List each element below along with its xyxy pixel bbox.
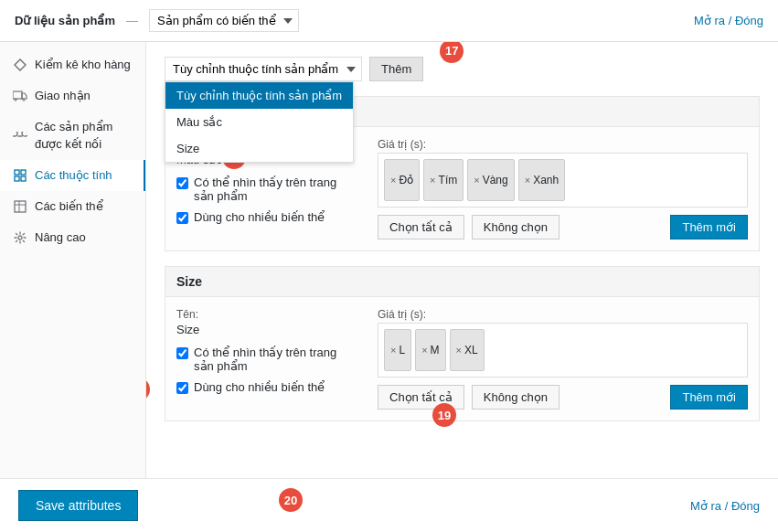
tag-xanh: × Xanh (518, 159, 565, 201)
tag-m: × M (415, 329, 445, 371)
main-container: Dữ liệu sản phẩm — Sản phẩm có biến thể … (0, 0, 778, 532)
values-label-size: Giá trị (s): (378, 308, 748, 321)
tag-x-xl[interactable]: × (456, 345, 462, 356)
tags-area-mau-sac: × Đỏ × Tím × Vàng × Xanh (378, 153, 748, 207)
svg-rect-4 (21, 170, 26, 175)
table-icon (13, 199, 27, 214)
truck-icon (13, 89, 27, 103)
chon-tat-ca-button-size[interactable]: Chọn tất cả (378, 385, 464, 410)
sidebar-item-inventory[interactable]: Kiểm kê kho hàng (0, 49, 145, 80)
checkbox-variation-input-size[interactable] (176, 382, 188, 394)
annotation-bubble-17: 17 (440, 42, 464, 63)
sidebar-item-linked[interactable]: Các sản phẩm được kết nối (0, 112, 145, 159)
sidebar-label-shipping: Giao nhận (35, 88, 91, 104)
svg-point-1 (15, 99, 16, 101)
dropdown-item-size[interactable]: Size (165, 135, 353, 162)
sidebar-item-shipping[interactable]: Giao nhận (0, 80, 145, 112)
sidebar-label-linked: Các sản phẩm được kết nối (35, 119, 133, 152)
name-value-size: Size (176, 323, 359, 336)
checkbox-visible-input-mau-sac[interactable] (176, 177, 188, 189)
attr-body-size: Tên: Size Có thể nhìn thấy trên trang sả… (165, 297, 759, 420)
svg-point-2 (23, 99, 25, 101)
tag-x-vang[interactable]: × (474, 175, 479, 186)
header-toggle[interactable]: Mở ra / Đóng (694, 14, 763, 27)
svg-point-10 (18, 236, 22, 239)
checkbox-visible-label-size: Có thể nhìn thấy trên trang sản phẩm (194, 346, 359, 373)
svg-rect-7 (15, 201, 26, 212)
khong-chon-button-mau-sac[interactable]: Không chọn (472, 215, 560, 239)
checkbox-variation-size[interactable]: Dùng cho nhiều biến thể (176, 380, 359, 394)
dropdown-item-mau-sac[interactable]: Màu sắc (165, 109, 353, 135)
attr-selector-row: Tùy chỉnh thuộc tính sản phẩm Màu sắc Si… (165, 57, 760, 81)
sidebar-item-attributes[interactable]: Các thuộc tính (0, 160, 145, 191)
footer-bar: Save attributes 20 Mở ra / Đóng (0, 478, 778, 532)
checkbox-visible-size[interactable]: Có thể nhìn thấy trên trang sản phẩm (176, 346, 359, 373)
tag-xl: × XL (450, 329, 485, 371)
khong-chon-button-size[interactable]: Không chọn (472, 385, 560, 410)
diamond-icon (13, 58, 27, 72)
tag-x-tim[interactable]: × (430, 175, 435, 186)
chon-tat-ca-button-mau-sac[interactable]: Chọn tất cả (378, 215, 464, 239)
checkbox-visible-mau-sac[interactable]: Có thể nhìn thấy trên trang sản phẩm (176, 176, 359, 203)
dropdown-item-custom[interactable]: Tùy chỉnh thuộc tính sản phẩm (165, 82, 353, 109)
main-layout: Kiểm kê kho hàng Giao nhận (0, 42, 778, 478)
add-attr-button[interactable]: Thêm (369, 57, 423, 81)
attr-type-select[interactable]: Tùy chỉnh thuộc tính sản phẩm Màu sắc Si… (165, 57, 362, 81)
checkbox-variation-input-mau-sac[interactable] (176, 212, 188, 224)
svg-rect-5 (15, 176, 19, 181)
svg-rect-3 (15, 170, 19, 175)
tag-vang: × Vàng (467, 159, 514, 201)
them-moi-button-mau-sac[interactable]: Thêm mới (670, 215, 748, 239)
header-separator: — (126, 14, 138, 27)
sidebar: Kiểm kê kho hàng Giao nhận (0, 42, 146, 478)
checkbox-variation-label-mau-sac: Dùng cho nhiều biến thể (194, 210, 325, 224)
sidebar-item-variations[interactable]: Các biến thể (0, 191, 145, 222)
attr-left-size: Tên: Size Có thể nhìn thấy trên trang sả… (176, 308, 359, 410)
tag-l: × L (384, 329, 411, 371)
attribute-section-size: Size Tên: Size Có thể nhìn thấy trên tra… (165, 266, 760, 421)
link-icon (13, 129, 27, 144)
tag-x-m[interactable]: × (421, 345, 427, 356)
header-title: Dữ liệu sản phẩm (15, 14, 115, 27)
gear-icon (13, 230, 27, 245)
buttons-row-size: Chọn tất cả 19 Không chọn Thêm mới (378, 385, 748, 410)
footer-toggle[interactable]: Mở ra / Đóng (690, 499, 760, 513)
svg-rect-0 (13, 91, 22, 99)
grid-icon (13, 168, 27, 183)
annotation-bubble-18: 18 (146, 378, 150, 401)
tag-do: × Đỏ (384, 159, 420, 201)
checkbox-visible-input-size[interactable] (176, 347, 188, 359)
content-area: Tùy chỉnh thuộc tính sản phẩm Màu sắc Si… (146, 42, 778, 478)
values-label-mau-sac: Giá trị (s): (378, 138, 748, 151)
sidebar-label-advanced: Nâng cao (35, 229, 86, 246)
tag-x-do[interactable]: × (390, 175, 396, 186)
product-type-select[interactable]: Sản phẩm có biến thể (149, 9, 299, 32)
name-label-size: Tên: (176, 308, 359, 321)
save-attributes-button[interactable]: Save attributes (18, 490, 138, 521)
tag-x-xanh[interactable]: × (525, 175, 530, 186)
attr-header-size: Size (165, 267, 759, 297)
sidebar-label-inventory: Kiểm kê kho hàng (35, 57, 131, 73)
svg-rect-6 (21, 176, 26, 181)
annotation-bubble-20: 20 (279, 488, 303, 512)
buttons-row-mau-sac: Chọn tất cả Không chọn Thêm mới (378, 215, 748, 239)
checkbox-variation-label-size: Dùng cho nhiều biến thể (194, 380, 325, 394)
attr-right-size: Giá trị (s): × L × M × XL Chọn tất cả 19 (378, 308, 748, 410)
sidebar-label-variations: Các biến thể (35, 198, 103, 215)
them-moi-button-size[interactable]: Thêm mới (670, 385, 748, 410)
tag-tim: × Tím (423, 159, 464, 201)
attr-dropdown-menu: Tùy chỉnh thuộc tính sản phẩm Màu sắc Si… (165, 81, 354, 163)
sidebar-label-attributes: Các thuộc tính (35, 167, 112, 184)
attr-dropdown-wrapper: Tùy chỉnh thuộc tính sản phẩm Màu sắc Si… (165, 57, 362, 81)
attr-right-mau-sac: Giá trị (s): × Đỏ × Tím × Vàng × Xanh Ch… (378, 138, 748, 239)
tag-x-l[interactable]: × (390, 345, 396, 356)
tags-area-size: × L × M × XL (378, 323, 748, 378)
sidebar-item-advanced[interactable]: Nâng cao (0, 222, 145, 253)
checkbox-variation-mau-sac[interactable]: Dùng cho nhiều biến thể (176, 210, 359, 224)
checkbox-visible-label-mau-sac: Có thể nhìn thấy trên trang sản phẩm (194, 176, 359, 203)
header-bar: Dữ liệu sản phẩm — Sản phẩm có biến thể … (0, 0, 778, 42)
